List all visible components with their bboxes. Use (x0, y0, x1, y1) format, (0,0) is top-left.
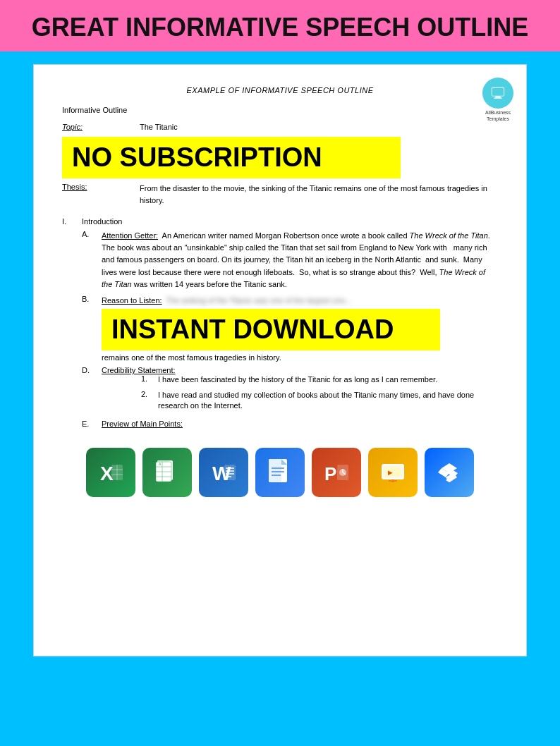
no-subscription-banner-container: NO SUBSCRIPTION (62, 137, 498, 178)
svg-text:▶: ▶ (388, 470, 393, 476)
topic-row: Topic: The Titanic (62, 123, 498, 131)
item-a-title: Attention Getter: (102, 231, 158, 240)
word-svg: W (209, 458, 238, 487)
svg-text:P: P (324, 463, 336, 484)
sheets-icon[interactable]: A (142, 448, 192, 497)
svg-rect-3 (492, 88, 504, 96)
page-title: GREAT INFORMATIVE SPEECH OUTLINE (14, 13, 546, 42)
instant-download-banner: INSTANT DOWNLOAD (102, 309, 440, 350)
item-a-text: An American writer named Morgan Robertso… (102, 231, 490, 288)
sheets-svg: A (153, 458, 181, 487)
docs-icon[interactable] (255, 448, 305, 497)
credibility-text-2: I have read and studied my collection of… (158, 390, 498, 412)
slides-icon[interactable]: ▶ (368, 448, 418, 497)
credibility-item-1: 1. I have been fascinated by the history… (141, 374, 498, 385)
svg-rect-2 (494, 98, 502, 99)
logo-text: AllBusiness Templates (482, 110, 513, 122)
excel-icon[interactable]: X (86, 448, 135, 497)
doc-title: EXAMPLE OF INFORMATIVE SPEECH OUTLINE (62, 86, 498, 94)
powerpoint-icon[interactable]: P (312, 448, 361, 497)
svg-rect-42 (391, 479, 394, 482)
item-b-text2: remains one of the most famous tragedies… (102, 353, 498, 362)
item-d-letter: D. (82, 366, 102, 415)
svg-rect-20 (224, 465, 236, 480)
credibility-item-2: 2. I have read and studied my collection… (141, 390, 498, 412)
item-d-content: Credibility Statement: 1. I have been fa… (102, 366, 498, 415)
section-i: I. Introduction A. Attention Getter: An … (62, 217, 498, 428)
thesis-label: Thesis: (62, 183, 140, 206)
credibility-items: 1. I have been fascinated by the history… (102, 374, 498, 411)
svg-rect-1 (495, 97, 500, 98)
informative-outline-label: Informative Outline (62, 106, 498, 114)
logo: AllBusiness Templates (482, 78, 513, 122)
thesis-row: Thesis: From the disaster to the movie, … (62, 183, 498, 206)
credibility-text-1: I have been fascinated by the history of… (158, 374, 498, 385)
item-a-content: Attention Getter: An American writer nam… (102, 230, 498, 290)
item-d: D. Credibility Statement: 1. I have been… (62, 366, 498, 415)
app-icons-row: X A W (62, 442, 498, 497)
item-e-title: Preview of Main Points: (102, 420, 183, 428)
word-icon[interactable]: W (199, 448, 248, 497)
monitor-icon (490, 85, 506, 101)
item-b: B. Reason to Listen: The sinking of the … (62, 295, 498, 362)
svg-rect-26 (269, 459, 281, 482)
header: GREAT INFORMATIVE SPEECH OUTLINE (0, 0, 560, 51)
thesis-value: From the disaster to the movie, the sink… (140, 183, 498, 206)
item-b-title: Reason to Listen: (102, 296, 162, 305)
item-b-content: Reason to Listen: The sinking of the Tit… (102, 295, 498, 362)
topic-label: Topic: (62, 123, 140, 131)
item-a-letter: A. (82, 230, 102, 290)
item-d-title: Credibility Statement: (102, 366, 176, 374)
section-i-num: I. (62, 217, 82, 226)
item-e-content: Preview of Main Points: (102, 420, 498, 428)
section-i-header: I. Introduction (62, 217, 498, 226)
excel-svg: X (96, 458, 126, 487)
no-subscription-banner: NO SUBSCRIPTION (62, 137, 401, 178)
logo-circle (482, 78, 513, 109)
dropbox-svg (434, 458, 464, 487)
docs-svg (267, 458, 293, 487)
section-i-title: Introduction (82, 217, 122, 226)
slides-svg: ▶ (379, 459, 406, 486)
document-container: AllBusiness Templates EXAMPLE OF INFORMA… (33, 64, 527, 656)
item-e: E. Preview of Main Points: (62, 420, 498, 428)
topic-value: The Titanic (140, 123, 498, 131)
dropbox-icon[interactable] (425, 448, 474, 497)
item-b-letter: B. (82, 295, 102, 362)
item-b-blurred: The sinking of the Titanic was one of th… (164, 296, 352, 305)
item-a: A. Attention Getter: An American writer … (62, 230, 498, 290)
item-e-letter: E. (82, 420, 102, 428)
ppt-svg: P (322, 458, 351, 487)
